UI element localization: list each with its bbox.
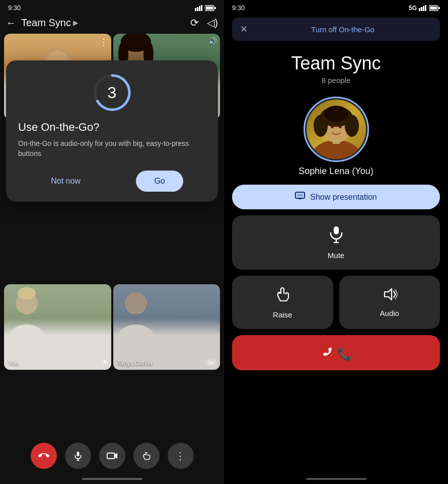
- avatar-ring: [304, 97, 369, 162]
- signal-icon: [195, 5, 203, 11]
- raise-hand-icon: [141, 450, 152, 461]
- participant-name-tanya: Tanya Carver: [117, 360, 153, 367]
- person-silhouette-tanya: [113, 284, 159, 355]
- close-on-the-go-button[interactable]: ✕: [240, 24, 248, 35]
- home-indicator-left: [82, 478, 142, 480]
- camera-button[interactable]: [99, 443, 125, 469]
- raise-hand-button-right[interactable]: Raise: [232, 276, 333, 329]
- raise-hand-button-left[interactable]: [133, 443, 160, 469]
- video-grid-bottom: You ✦ Tanya Carver 9+: [0, 282, 224, 372]
- dialog-buttons: Not now Go: [18, 171, 206, 192]
- right-status-icons: 5G: [409, 5, 440, 12]
- screen-share-icon: [295, 192, 305, 200]
- not-now-button[interactable]: Not now: [41, 172, 91, 191]
- camera-icon: [107, 451, 118, 460]
- phone-end-icon: [38, 450, 49, 461]
- mic-icon-right: [328, 225, 344, 247]
- svg-rect-34: [438, 7, 440, 9]
- vertical-dots-icon: ⋮: [175, 450, 186, 462]
- right-battery-icon: [429, 5, 440, 11]
- network-type: 5G: [409, 5, 417, 12]
- person-video-tanya: [113, 284, 220, 370]
- svg-rect-6: [214, 7, 216, 9]
- svg-point-39: [314, 115, 328, 137]
- show-presentation-label: Show presentation: [310, 193, 377, 202]
- bottom-action-buttons: Raise Audio: [232, 276, 440, 329]
- home-indicator-right: [306, 478, 366, 480]
- svg-point-21: [117, 325, 155, 355]
- meeting-title-right: Team Sync: [234, 53, 438, 74]
- sophie-avatar: [307, 100, 366, 159]
- person-video-you: [4, 284, 111, 370]
- presentation-icon: [295, 192, 305, 202]
- notch: [311, 0, 361, 12]
- audio-muted-icon: 🔊: [208, 37, 217, 45]
- bottom-controls: ⋮: [0, 443, 224, 469]
- participant-cell-tanya[interactable]: Tanya Carver 9+: [113, 284, 220, 370]
- mute-button-left[interactable]: [65, 443, 91, 469]
- on-the-go-dialog: 3 Use On-the-Go? On-the-Go is audio-only…: [6, 60, 218, 202]
- svg-rect-29: [421, 7, 422, 11]
- countdown-number: 3: [108, 84, 117, 102]
- dialog-description: On-the-Go is audio-only for you with big…: [18, 139, 206, 158]
- top-bar-right-icons: ⟳ ◁): [190, 17, 218, 29]
- svg-rect-26: [107, 453, 114, 459]
- show-presentation-button[interactable]: Show presentation: [232, 185, 440, 209]
- svg-point-20: [18, 287, 36, 299]
- audio-label: Audio: [380, 309, 399, 317]
- svg-rect-31: [425, 5, 426, 11]
- svg-point-42: [331, 125, 334, 128]
- person-silhouette-you: [4, 284, 49, 355]
- microphone-large-icon: [328, 225, 344, 244]
- mute-button-right[interactable]: Mute: [232, 215, 440, 270]
- meeting-name-left: Team Sync: [21, 17, 71, 29]
- svg-point-18: [8, 325, 46, 355]
- battery-icon: [205, 5, 216, 11]
- svg-rect-3: [201, 5, 202, 11]
- raise-label: Raise: [273, 310, 292, 319]
- svg-rect-5: [206, 7, 213, 10]
- svg-rect-28: [419, 8, 420, 11]
- svg-rect-30: [423, 6, 424, 11]
- svg-rect-33: [430, 7, 437, 10]
- svg-rect-2: [199, 6, 200, 11]
- sophie-avatar-svg: [307, 100, 366, 159]
- more-options-icon[interactable]: ⋮: [99, 37, 108, 48]
- rotate-icon[interactable]: ⟳: [190, 17, 199, 29]
- microphone-icon: [73, 451, 83, 461]
- audio-button-right[interactable]: Audio: [339, 276, 440, 329]
- countdown-container: 3: [92, 72, 132, 113]
- left-status-bar: 9:30: [0, 0, 224, 14]
- end-call-icon-right: 📞: [320, 344, 352, 361]
- mute-label: Mute: [328, 251, 344, 260]
- svg-point-43: [339, 125, 342, 128]
- svg-rect-23: [77, 452, 79, 456]
- participant-name-you: You: [8, 360, 18, 367]
- svg-rect-47: [297, 194, 303, 197]
- right-time: 9:30: [232, 4, 245, 12]
- meeting-title-left: Team Sync ▶: [21, 17, 79, 29]
- go-button[interactable]: Go: [136, 171, 183, 192]
- on-the-go-label: Turn off On-the-Go: [254, 25, 432, 34]
- svg-rect-48: [334, 226, 339, 234]
- end-call-button[interactable]: [31, 443, 57, 469]
- hand-raise-svg: [275, 286, 290, 303]
- svg-point-22: [125, 292, 147, 314]
- title-arrow-icon: ▶: [73, 19, 79, 27]
- right-signal-icon: [419, 5, 427, 11]
- audio-large-icon: [382, 287, 398, 305]
- sparkle-icon: ✦: [102, 357, 108, 367]
- left-status-icons: [195, 5, 216, 11]
- svg-rect-0: [195, 8, 196, 11]
- participant-cell-you[interactable]: You ✦: [4, 284, 111, 370]
- raise-hand-large-icon: [275, 286, 290, 306]
- more-options-button[interactable]: ⋮: [168, 443, 194, 469]
- phone-hangup-icon: [320, 344, 334, 358]
- end-call-button-right[interactable]: 📞: [232, 335, 440, 370]
- left-time: 9:30: [8, 4, 21, 12]
- svg-marker-51: [385, 289, 392, 300]
- audio-icon[interactable]: ◁): [207, 17, 218, 29]
- back-icon[interactable]: ←: [6, 17, 16, 29]
- user-name-display: Sophie Lena (You): [224, 166, 448, 177]
- audio-output-icon: [382, 287, 398, 301]
